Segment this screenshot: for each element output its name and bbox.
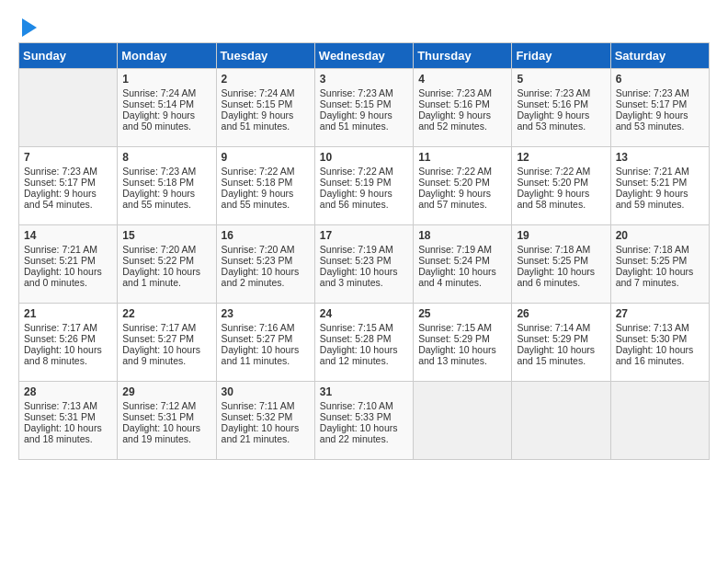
calendar-cell: 21Sunrise: 7:17 AMSunset: 5:26 PMDayligh…: [19, 304, 118, 382]
calendar-cell: 14Sunrise: 7:21 AMSunset: 5:21 PMDayligh…: [19, 225, 118, 304]
day-info: Sunset: 5:18 PM: [222, 177, 310, 188]
day-info: Daylight: 10 hours: [616, 344, 704, 355]
day-info: Sunrise: 7:17 AM: [122, 322, 210, 333]
day-info: Sunrise: 7:13 AM: [24, 400, 112, 411]
day-info: and 50 minutes.: [122, 121, 210, 132]
calendar-cell: 29Sunrise: 7:12 AMSunset: 5:31 PMDayligh…: [118, 382, 216, 460]
day-info: Daylight: 10 hours: [517, 344, 605, 355]
day-info: and 15 minutes.: [517, 355, 605, 366]
weekday-header-wednesday: Wednesday: [314, 43, 413, 69]
calendar-cell: 28Sunrise: 7:13 AMSunset: 5:31 PMDayligh…: [19, 382, 118, 460]
day-info: and 19 minutes.: [122, 433, 210, 444]
calendar-cell: 3Sunrise: 7:23 AMSunset: 5:15 PMDaylight…: [314, 69, 413, 147]
day-info: Sunset: 5:19 PM: [320, 177, 408, 188]
day-info: Daylight: 10 hours: [418, 266, 506, 277]
day-info: and 51 minutes.: [320, 121, 408, 132]
calendar-cell: 15Sunrise: 7:20 AMSunset: 5:22 PMDayligh…: [118, 225, 216, 304]
calendar-cell: [610, 382, 709, 460]
day-info: Daylight: 10 hours: [24, 266, 112, 277]
calendar-cell: 8Sunrise: 7:23 AMSunset: 5:18 PMDaylight…: [118, 147, 216, 225]
day-info: Daylight: 9 hours: [24, 188, 112, 199]
day-info: Sunset: 5:21 PM: [616, 177, 704, 188]
day-info: Sunset: 5:32 PM: [222, 411, 310, 422]
day-info: and 53 minutes.: [517, 121, 605, 132]
day-info: Sunset: 5:33 PM: [320, 411, 408, 422]
calendar-cell: [512, 382, 610, 460]
logo: [18, 18, 37, 33]
calendar-cell: 13Sunrise: 7:21 AMSunset: 5:21 PMDayligh…: [610, 147, 709, 225]
day-info: Sunset: 5:28 PM: [320, 333, 408, 344]
day-info: Sunset: 5:23 PM: [222, 255, 310, 266]
day-info: Sunset: 5:27 PM: [222, 333, 310, 344]
day-info: Sunset: 5:21 PM: [24, 255, 112, 266]
day-info: Sunset: 5:16 PM: [517, 98, 605, 109]
day-info: Sunrise: 7:19 AM: [320, 244, 408, 255]
day-info: and 18 minutes.: [24, 433, 112, 444]
day-info: Sunset: 5:23 PM: [320, 255, 408, 266]
day-info: Sunrise: 7:22 AM: [517, 166, 605, 177]
calendar-cell: [414, 382, 512, 460]
weekday-header-sunday: Sunday: [19, 43, 118, 69]
day-info: and 54 minutes.: [24, 199, 112, 210]
day-number: 31: [320, 385, 408, 398]
day-info: Sunrise: 7:24 AM: [222, 87, 310, 98]
day-info: Sunset: 5:18 PM: [122, 177, 210, 188]
day-info: and 22 minutes.: [320, 433, 408, 444]
day-info: Daylight: 10 hours: [418, 344, 506, 355]
day-info: Daylight: 10 hours: [24, 344, 112, 355]
day-info: and 4 minutes.: [418, 277, 506, 288]
day-info: Sunrise: 7:11 AM: [222, 400, 310, 411]
day-info: Daylight: 10 hours: [517, 266, 605, 277]
day-info: and 57 minutes.: [418, 199, 506, 210]
day-info: and 2 minutes.: [222, 277, 310, 288]
day-info: Sunset: 5:17 PM: [616, 98, 704, 109]
calendar-cell: 10Sunrise: 7:22 AMSunset: 5:19 PMDayligh…: [314, 147, 413, 225]
day-number: 12: [517, 151, 605, 164]
day-number: 14: [24, 229, 112, 242]
day-info: Daylight: 9 hours: [320, 109, 408, 121]
day-info: Daylight: 9 hours: [616, 109, 704, 121]
day-info: Sunrise: 7:18 AM: [616, 244, 704, 255]
calendar-cell: 12Sunrise: 7:22 AMSunset: 5:20 PMDayligh…: [512, 147, 610, 225]
day-number: 11: [418, 151, 506, 164]
calendar-cell: 7Sunrise: 7:23 AMSunset: 5:17 PMDaylight…: [19, 147, 118, 225]
day-info: and 56 minutes.: [320, 199, 408, 210]
day-info: Sunrise: 7:12 AM: [122, 400, 210, 411]
day-info: Sunset: 5:29 PM: [418, 333, 506, 344]
day-info: Sunset: 5:15 PM: [320, 98, 408, 109]
day-number: 19: [517, 229, 605, 242]
calendar-cell: 26Sunrise: 7:14 AMSunset: 5:29 PMDayligh…: [512, 304, 610, 382]
day-info: and 6 minutes.: [517, 277, 605, 288]
day-info: Daylight: 9 hours: [616, 188, 704, 199]
day-info: and 9 minutes.: [122, 355, 210, 366]
day-info: Sunrise: 7:24 AM: [122, 87, 210, 98]
day-info: and 13 minutes.: [418, 355, 506, 366]
calendar-cell: 31Sunrise: 7:10 AMSunset: 5:33 PMDayligh…: [314, 382, 413, 460]
day-info: Sunset: 5:20 PM: [418, 177, 506, 188]
day-number: 10: [320, 151, 408, 164]
week-row-1: 1Sunrise: 7:24 AMSunset: 5:14 PMDaylight…: [19, 69, 710, 147]
day-info: Sunrise: 7:16 AM: [222, 322, 310, 333]
day-info: Sunrise: 7:15 AM: [418, 322, 506, 333]
day-number: 18: [418, 229, 506, 242]
day-number: 21: [24, 307, 112, 320]
day-info: Sunset: 5:30 PM: [616, 333, 704, 344]
day-info: Sunrise: 7:20 AM: [222, 244, 310, 255]
day-number: 16: [222, 229, 310, 242]
day-number: 30: [222, 385, 310, 398]
calendar-cell: 5Sunrise: 7:23 AMSunset: 5:16 PMDaylight…: [512, 69, 610, 147]
day-info: Sunset: 5:26 PM: [24, 333, 112, 344]
day-info: Daylight: 9 hours: [222, 188, 310, 199]
day-info: Daylight: 10 hours: [320, 422, 408, 433]
day-info: Daylight: 9 hours: [222, 109, 310, 121]
day-info: Daylight: 9 hours: [418, 109, 506, 121]
week-row-4: 21Sunrise: 7:17 AMSunset: 5:26 PMDayligh…: [19, 304, 710, 382]
day-info: Sunrise: 7:23 AM: [24, 166, 112, 177]
day-number: 24: [320, 307, 408, 320]
calendar-cell: 23Sunrise: 7:16 AMSunset: 5:27 PMDayligh…: [216, 304, 314, 382]
day-number: 25: [418, 307, 506, 320]
day-info: Daylight: 9 hours: [122, 109, 210, 121]
calendar-table: SundayMondayTuesdayWednesdayThursdayFrid…: [18, 42, 710, 460]
day-info: Sunset: 5:31 PM: [122, 411, 210, 422]
day-info: Daylight: 9 hours: [418, 188, 506, 199]
